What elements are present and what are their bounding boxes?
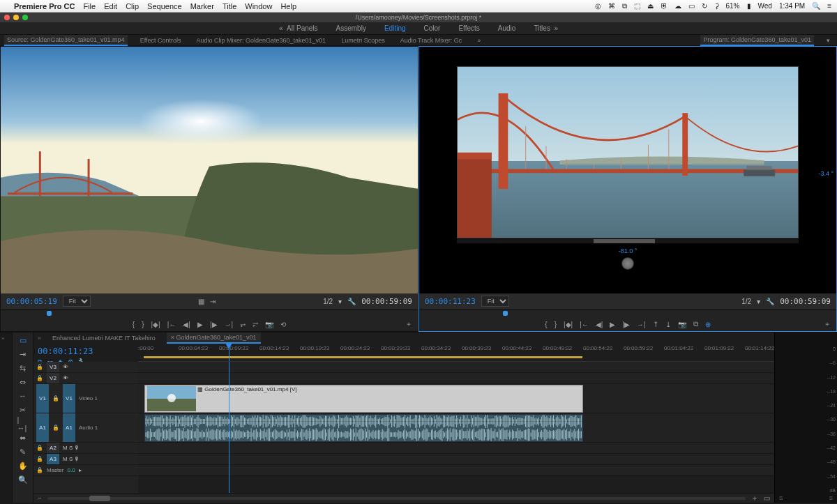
lock-icon[interactable]: 🔒 xyxy=(36,445,43,451)
app-name[interactable]: Premiere Pro CC xyxy=(14,2,75,10)
menu-extra-icon[interactable]: ≡ xyxy=(827,2,831,10)
button-editor-icon[interactable]: ＋ xyxy=(405,319,412,329)
display-icon[interactable]: ▭ xyxy=(688,2,695,10)
menu-title[interactable]: Title xyxy=(223,2,236,10)
visibility-icon[interactable]: 👁 xyxy=(63,375,68,381)
play-icon[interactable]: ▶ xyxy=(197,321,203,328)
source-playhead[interactable] xyxy=(47,311,52,316)
workspace-next-icon[interactable]: » xyxy=(554,24,558,32)
tab-audio-clip-mixer[interactable]: Audio Clip Mixer: GoldenGate360_take01_v… xyxy=(194,36,329,45)
insert-icon[interactable]: ⥅ xyxy=(240,321,246,328)
slide-tool[interactable]: ⬌ xyxy=(17,433,29,443)
tab-overflow-icon[interactable]: » xyxy=(474,36,483,45)
track-header-master[interactable]: 🔒Master0.0▸ xyxy=(33,465,138,476)
source-monitor-viewport[interactable] xyxy=(1,47,418,293)
loop-icon[interactable]: ⟲ xyxy=(280,321,286,328)
tab-program[interactable]: Program: GoldenGate360_take01_v01 xyxy=(700,35,814,46)
go-out-icon[interactable]: →| xyxy=(637,321,646,328)
video-clip[interactable]: ▦ GoldenGate360_take01_v01.mp4 [V] xyxy=(144,385,583,413)
zoom-in-icon[interactable]: ＋ xyxy=(751,494,758,503)
program-resolution[interactable]: 1/2 xyxy=(741,298,751,305)
program-timecode-in[interactable]: 00:00:11:23 xyxy=(425,297,476,306)
go-in-icon[interactable]: |← xyxy=(167,321,176,328)
rate-stretch-tool[interactable]: ↔ xyxy=(17,391,29,401)
track-select-tool[interactable]: ⇥ xyxy=(17,349,29,359)
workspace-color[interactable]: Color xyxy=(424,24,441,32)
source-patch-a1[interactable]: A1 xyxy=(36,413,49,442)
step-back-icon[interactable]: ◀| xyxy=(183,321,190,328)
track-target-v1[interactable]: V1 xyxy=(63,384,75,413)
panel-menu-icon[interactable]: » xyxy=(38,335,41,342)
go-in-icon[interactable]: |← xyxy=(580,321,589,328)
program-playhead[interactable] xyxy=(503,311,508,316)
status-icon[interactable]: ⬚ xyxy=(634,2,640,10)
tab-lumetri-scopes[interactable]: Lumetri Scopes xyxy=(338,36,388,45)
dropbox-icon[interactable]: ⧉ xyxy=(622,2,627,10)
work-area-bar[interactable] xyxy=(144,356,582,358)
menu-marker[interactable]: Marker xyxy=(190,2,214,10)
lock-icon[interactable]: 🔒 xyxy=(36,364,43,370)
step-back-icon[interactable]: ◀| xyxy=(596,321,603,328)
tab-source[interactable]: Source: GoldenGate360_take01_v01.mp4 xyxy=(4,35,128,46)
wifi-icon[interactable]: ⚳ xyxy=(714,2,719,10)
track-target-a1[interactable]: A1 xyxy=(63,413,75,442)
project-arrow-icon[interactable]: » xyxy=(0,333,12,344)
source-vr-toggle-icon[interactable]: ▦ xyxy=(198,298,204,305)
tab-audio-track-mixer[interactable]: Audio Track Mixer: Gc xyxy=(398,36,465,45)
status-icon[interactable]: ⏏ xyxy=(647,2,654,10)
lock-icon[interactable]: 🔒 xyxy=(52,395,59,402)
timeline-timecode[interactable]: 00:00:11:23 xyxy=(38,346,134,356)
workspace-assembly[interactable]: Assembly xyxy=(336,24,366,32)
source-patch-v1[interactable]: V1 xyxy=(36,384,49,413)
workspace-editing[interactable]: Editing xyxy=(384,24,406,32)
vr-video-toggle-icon[interactable]: ⊕ xyxy=(705,321,711,328)
workspace-audio[interactable]: Audio xyxy=(498,24,516,32)
workspace-prev-icon[interactable]: « xyxy=(279,24,283,32)
timeline-zoom-slider[interactable] xyxy=(47,497,746,500)
source-resolution[interactable]: 1/2 xyxy=(323,298,333,305)
status-icon[interactable]: ⌘ xyxy=(608,2,615,10)
shield-icon[interactable]: ⛨ xyxy=(661,2,668,10)
button-editor-icon[interactable]: ＋ xyxy=(824,319,831,329)
track-header-v1[interactable]: V1 🔒 V1 Video 1 xyxy=(33,384,138,413)
play-icon[interactable]: ▶ xyxy=(610,321,615,328)
visibility-icon[interactable]: 👁 xyxy=(63,364,68,370)
mark-out-icon[interactable]: } xyxy=(142,321,144,328)
lift-icon[interactable]: ⤒ xyxy=(653,321,658,328)
track-header-a3[interactable]: 🔒A3M S 🎙 xyxy=(33,454,138,465)
timeline-view-icon[interactable]: ▭ xyxy=(764,494,770,502)
program-scrubber[interactable] xyxy=(419,309,836,317)
step-fwd-icon[interactable]: |▶ xyxy=(622,321,630,328)
workspace-all-panels[interactable]: All Panels xyxy=(287,24,317,32)
menu-help[interactable]: Help xyxy=(280,2,296,10)
source-settings-icon[interactable]: 🔧 xyxy=(347,298,356,305)
razor-tool[interactable]: ✂ xyxy=(17,405,29,415)
rolling-edit-tool[interactable]: ⇔ xyxy=(17,377,29,387)
sequence-tab-1[interactable]: × GoldenGate360_take01_v01 xyxy=(167,333,261,344)
source-scrubber[interactable] xyxy=(1,309,418,317)
zoom-tool[interactable]: 🔍 xyxy=(17,475,29,484)
lock-icon[interactable]: 🔒 xyxy=(36,375,43,381)
lock-icon[interactable]: 🔒 xyxy=(36,456,43,462)
timeline-track-area[interactable]: ▦ GoldenGate360_take01_v01.mp4 [V] xyxy=(138,362,774,493)
solo-left[interactable]: S xyxy=(779,495,783,501)
cloud-icon[interactable]: ☁ xyxy=(674,2,681,10)
pen-tool[interactable]: ✎ xyxy=(17,447,29,457)
status-icon[interactable]: ◎ xyxy=(595,2,601,10)
audio-clip[interactable] xyxy=(144,414,583,442)
lock-icon[interactable]: 🔒 xyxy=(36,467,43,473)
chevron-down-icon[interactable]: ▾ xyxy=(757,298,760,305)
minimize-button[interactable] xyxy=(13,15,19,20)
mark-clip-icon[interactable]: |◆| xyxy=(151,321,160,328)
menu-clip[interactable]: Clip xyxy=(126,2,139,10)
export-frame-icon[interactable]: 📷 xyxy=(678,321,686,328)
menu-window[interactable]: Window xyxy=(245,2,272,10)
extract-icon[interactable]: ⤓ xyxy=(665,321,671,328)
mark-in-icon[interactable]: { xyxy=(545,321,547,328)
track-header-a1[interactable]: A1 🔒 A1 Audio 1 xyxy=(33,413,138,443)
vr-orientation-dial[interactable] xyxy=(621,257,634,270)
maximize-button[interactable] xyxy=(22,15,28,20)
project-panel-strip[interactable]: » xyxy=(0,333,13,503)
go-out-icon[interactable]: →| xyxy=(225,321,234,328)
track-header-v3[interactable]: 🔒V3👁 xyxy=(33,362,138,373)
